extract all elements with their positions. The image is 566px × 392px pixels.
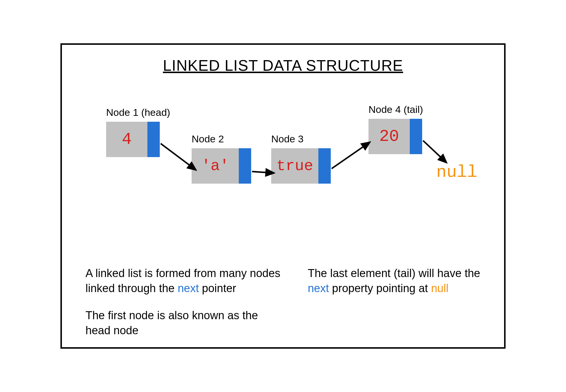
description-right: The last element (tail) will have the ne… [308, 266, 481, 350]
keyword-next: next [308, 282, 329, 294]
node-3-label: Node 3 [271, 133, 304, 145]
node-2-label: Node 2 [192, 133, 224, 145]
arrow-2-3 [252, 172, 274, 173]
node-2: Node 2 'a' [192, 133, 251, 184]
node-3-box: true [271, 148, 331, 184]
node-2-value: 'a' [192, 148, 239, 184]
desc-text: property pointing at [329, 282, 431, 294]
desc-tail-null: The last element (tail) will have the ne… [308, 266, 481, 296]
node-4: Node 4 (tail) 20 [368, 104, 423, 154]
description-left: A linked list is formed from many nodes … [85, 266, 284, 350]
arrow-4-null [423, 141, 447, 163]
node-1-value: 4 [106, 122, 147, 157]
node-2-box: 'a' [192, 148, 251, 184]
node-3: Node 3 true [271, 133, 331, 184]
diagram-frame: LINKED LIST DATA STRUCTURE Node 1 (head)… [60, 43, 506, 349]
keyword-null: null [431, 282, 448, 294]
node-2-next-pointer [239, 148, 251, 184]
desc-text: The last element (tail) will have the [308, 267, 480, 279]
keyword-next: next [178, 282, 199, 294]
node-1: Node 1 (head) 4 [106, 107, 170, 157]
desc-text: The first node is also known as the head… [85, 309, 258, 337]
description-area: A linked list is formed from many nodes … [80, 266, 486, 350]
node-3-next-pointer [318, 148, 331, 184]
desc-linked-list: A linked list is formed from many nodes … [85, 266, 284, 296]
desc-text: pointer [199, 282, 236, 294]
linked-list-diagram: Node 1 (head) 4 Node 2 'a' Node 3 true N… [80, 107, 486, 219]
null-terminator: null [436, 163, 477, 182]
node-4-box: 20 [368, 119, 422, 154]
node-1-box: 4 [106, 122, 160, 157]
arrow-3-4 [332, 142, 370, 169]
node-4-label: Node 4 (tail) [368, 104, 423, 115]
node-4-value: 20 [368, 119, 410, 154]
diagram-title: LINKED LIST DATA STRUCTURE [80, 57, 486, 74]
node-1-label: Node 1 (head) [106, 107, 170, 118]
node-3-value: true [271, 148, 318, 184]
node-1-next-pointer [147, 122, 160, 157]
desc-head-node: The first node is also known as the head… [85, 308, 284, 338]
node-4-next-pointer [410, 119, 422, 154]
